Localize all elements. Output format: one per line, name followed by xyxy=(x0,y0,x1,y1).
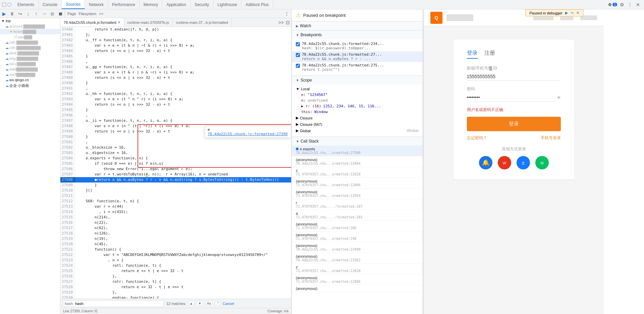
search-case-btn[interactable]: Aa xyxy=(206,301,212,306)
search-cancel-btn[interactable]: Cancel xyxy=(223,302,234,306)
tree-item-top[interactable]: ▼ top xyxy=(0,18,60,23)
breakpoints-header[interactable]: ▼ Breakpoints xyxy=(292,31,423,39)
callstack-expand-icon: ▼ xyxy=(296,140,299,143)
search-regex-btn[interactable]: .* xyxy=(215,301,220,306)
call-frame-5[interactable]: r 71.478f0357.chu....:formatted:187 xyxy=(292,199,423,210)
call-frame-2[interactable]: z 71.478f0357.chu...ormatted:12028 xyxy=(292,167,423,178)
tree-item-feser[interactable]: ▼ fe/ser▓▓▓▓▓ xyxy=(0,29,60,34)
tab-security[interactable]: Security xyxy=(191,0,213,9)
social-wechat-icon[interactable]: W xyxy=(535,156,549,169)
breakpoints-body: 78.4da22c55.chunk.js:formatted:234... ha… xyxy=(292,39,423,75)
tree-item-account[interactable]: ☁ account.▓▓▓▓▓▓▓▓ xyxy=(0,23,60,29)
tab-adblock[interactable]: Adblock Plus xyxy=(241,0,273,9)
show-password-icon[interactable]: 👁 xyxy=(557,96,561,100)
frame-loc: 71.478f0357.chu...ormatted:12006 xyxy=(296,183,419,187)
tab-sources[interactable]: Sources xyxy=(62,0,85,9)
tab-memory[interactable]: Memory xyxy=(140,0,162,9)
call-frame-8[interactable]: (anonymous) 71.478f0357.chu...ormatted:1… xyxy=(292,231,423,242)
tree-item-enterprise[interactable]: ☁ 企业·小插画 xyxy=(0,83,60,89)
step-btn[interactable]: → xyxy=(40,10,48,18)
code-tab-runtime1[interactable]: runtime-main.37655f7b.js xyxy=(124,18,173,27)
password-input[interactable] xyxy=(467,93,556,102)
call-frame-6[interactable]: a 71.478f0357.chu....:formatted:201 xyxy=(292,210,423,221)
code-editor[interactable]: e 78.4da22c55.chunk.js:formatted:27399 2… xyxy=(60,27,291,299)
frame-loc: 71.478f0357.chu....:formatted:201 xyxy=(296,215,419,219)
phone-login-link[interactable]: 手机号登录 xyxy=(541,135,561,141)
search-input-wrapper[interactable]: hash: xyxy=(63,300,164,307)
closure2-header[interactable]: ▶ Closure (567) xyxy=(296,121,419,127)
more-sources-icon[interactable]: >> xyxy=(99,12,103,16)
tree-item-orig[interactable]: ☁ orig.▓▓▓▓▓▓▓▓ xyxy=(0,56,60,61)
search-input[interactable] xyxy=(75,302,162,306)
close-tab-icon[interactable]: ✕ xyxy=(118,20,120,24)
call-frame-3[interactable]: (anonymous) 71.478f0357.chu...ormatted:1… xyxy=(292,178,423,189)
tab-performance[interactable]: Performance xyxy=(108,0,140,9)
code-tab-runtime2[interactable]: runtime-main.37...b.js:formatted xyxy=(173,18,232,27)
frame-name: (anonymous) xyxy=(296,179,419,183)
tab-lighthouse[interactable]: Lighthouse xyxy=(213,0,241,9)
call-frame-0[interactable]: e.exports 78.4da22c55.chu...ormatted:275… xyxy=(292,146,423,156)
call-frame-10[interactable]: (anonymous) 78.4da22c55.chu...ormatted:2… xyxy=(292,253,423,264)
call-frame-4[interactable]: (anonymous) 71.478f0357.chu...ormatted:1… xyxy=(292,189,423,199)
close-devtools-icon[interactable]: ✕ xyxy=(635,1,641,8)
close-search-icon[interactable]: ⊡ xyxy=(284,19,291,26)
tree-item-ssl[interactable]: ☁ ssl-c▓▓▓▓▓▓▓ xyxy=(0,61,60,66)
frame-loc: 71.478f0357.chu...ormatted:206 xyxy=(296,226,419,230)
watch-header[interactable]: ▶ Watch xyxy=(292,21,423,30)
tree-item-cdn2[interactable]: ☁ cdn.▓▓▓▓▓▓▓▓▓ xyxy=(0,45,60,50)
tab-elements[interactable]: Elements xyxy=(13,0,39,9)
step-out-btn[interactable]: ↑ xyxy=(32,10,40,18)
more-tabs-icon[interactable]: >> xyxy=(278,19,284,26)
callstack-header[interactable]: ▼ Call Stack xyxy=(292,137,423,146)
line-number: 27508 xyxy=(60,177,75,182)
call-frame-9[interactable]: (anonymous) 78.4da22c55.chu...ormatted:2… xyxy=(292,242,423,253)
register-tab[interactable]: 注册 xyxy=(484,50,495,59)
tab-console[interactable]: Console xyxy=(39,0,62,9)
filesystem-label[interactable]: Filesystem xyxy=(79,12,97,16)
scope-header[interactable]: ▼ Scope xyxy=(292,76,423,85)
step-over-btn[interactable]: ↪ xyxy=(16,10,24,18)
tree-item-verif[interactable]: ☁ verif▓▓▓▓▓▓▓ xyxy=(0,72,60,77)
stop-btn[interactable]: ⏹ xyxy=(56,10,64,18)
call-frame-1[interactable]: (anonymous) 78.4da22c55.chu...ormatted:2… xyxy=(292,156,423,167)
bp-checkbox-1[interactable] xyxy=(296,42,300,46)
step-app-icon[interactable]: ↪ xyxy=(571,11,574,15)
tree-item-stati[interactable]: ☁ stati▓▓▓▓▓▓▓▓ xyxy=(0,66,60,72)
pause-btn[interactable]: ⏸ xyxy=(8,10,16,18)
tree-item-wxqlogo[interactable]: ☁ wx.qlogo.cn xyxy=(0,77,60,83)
tree-item-pas[interactable]: 📄 pas▓▓▓ xyxy=(0,34,60,40)
search-prev-btn[interactable]: ▲ xyxy=(188,301,194,306)
call-frame-7[interactable]: (anonymous) 71.478f0357.chu...ormatted:2… xyxy=(292,221,423,231)
username-input[interactable] xyxy=(467,72,561,81)
bp-checkbox-2[interactable] xyxy=(296,53,300,57)
global-header[interactable]: ▶ Global Window xyxy=(296,127,419,134)
forgot-password-link[interactable]: 忘记密码？ xyxy=(467,135,487,141)
social-weibo-icon[interactable]: W xyxy=(498,156,511,169)
resume-app-icon[interactable]: ▶ xyxy=(565,11,568,15)
page-label[interactable]: Page xyxy=(67,12,76,16)
tree-item-land[interactable]: ☁ land.▓▓▓▓▓▓▓▓ xyxy=(0,50,60,56)
step-into-btn[interactable]: ↓ xyxy=(24,10,32,18)
more-options-icon[interactable]: ⋮ xyxy=(627,1,633,8)
social-bell-icon[interactable]: 🔔 xyxy=(479,156,492,169)
tree-item-cdn1[interactable]: ☁ cdn.▓▓▓▓▓▓▓▓ xyxy=(0,40,60,45)
search-next-btn[interactable]: ▼ xyxy=(197,301,203,306)
call-frame-12[interactable]: (anonymous) 71.478f0357.chu...ormatted:1… xyxy=(292,274,423,285)
closure-header[interactable]: ▶ Closure xyxy=(296,115,419,121)
tab-application[interactable]: Application xyxy=(162,0,191,9)
call-frame-13[interactable]: (anonymous) xyxy=(292,285,423,292)
call-frame-11[interactable]: z 71.478f0357.chu...ormatted:12028 xyxy=(292,264,423,274)
resume-btn[interactable]: ▶ xyxy=(0,10,8,18)
social-alipay-icon[interactable]: 支 xyxy=(517,156,530,169)
bp-checkbox-3[interactable] xyxy=(296,64,300,68)
close-bar-icon[interactable]: ✕ xyxy=(576,11,579,15)
login-tab[interactable]: 登录 xyxy=(467,50,478,59)
sources-more-icon[interactable]: ⋮ xyxy=(283,10,290,17)
code-tab-formatted[interactable]: 78.4da22c55.chunk.js:formatted ✕ xyxy=(60,18,124,27)
tooltip-link[interactable]: 78.4da22c55.chunk.js:formatted:27399 xyxy=(208,132,287,136)
tab-network[interactable]: Network xyxy=(85,0,108,9)
local-scope-header[interactable]: ▼ Local xyxy=(296,86,419,92)
settings-icon[interactable]: ⚙ xyxy=(619,1,625,8)
deactivate-bp-btn[interactable]: ⊘ xyxy=(48,10,56,18)
login-button[interactable]: 登录 xyxy=(467,117,561,131)
